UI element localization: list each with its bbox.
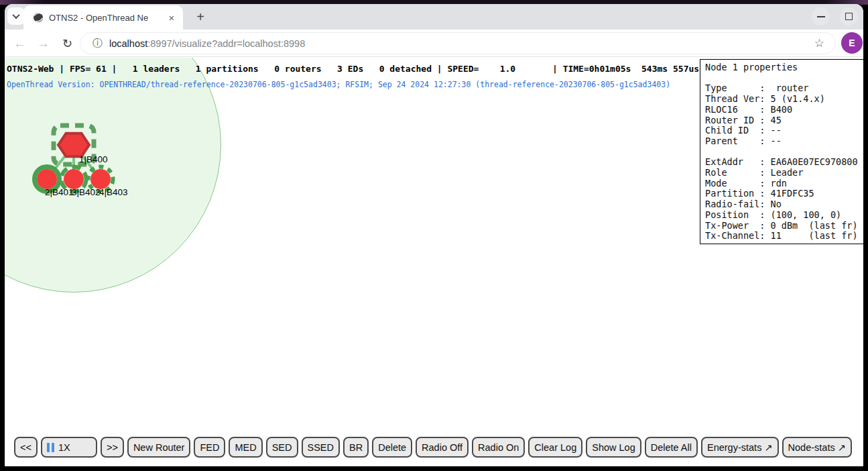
reload-button[interactable]: ↻ xyxy=(58,34,76,52)
node-properties-panel: Node 1 properties Type : router Thread V… xyxy=(700,59,863,244)
desktop-screen: OTNS2 - OpenThread Ne × + ← → ↻ ⓘ localh… xyxy=(0,0,868,471)
tab-close-icon[interactable]: × xyxy=(166,11,178,23)
openthread-version-line: OpenThread Version: OPENTHREAD/thread-re… xyxy=(7,80,670,89)
ssed-button[interactable]: SSED xyxy=(302,437,340,458)
clear-log-button[interactable]: Clear Log xyxy=(528,437,582,458)
window-minimize-button[interactable] xyxy=(812,7,830,25)
br-button[interactable]: BR xyxy=(343,437,369,458)
bookmark-star-icon[interactable]: ☆ xyxy=(814,36,827,50)
new-router-button[interactable]: New Router xyxy=(127,437,191,458)
site-info-icon[interactable]: ⓘ xyxy=(92,37,103,50)
node-stats-button[interactable]: Node-stats ↗ xyxy=(782,437,852,458)
delete-button[interactable]: Delete xyxy=(372,437,412,458)
action-button-row: << 1X >> New Router FED MED SED SSED BR … xyxy=(14,437,852,458)
speed-down-button[interactable]: << xyxy=(14,437,38,458)
sed-button[interactable]: SED xyxy=(266,437,298,458)
tab-title: OTNS2 - OpenThread Ne xyxy=(49,13,166,23)
browser-window: OTNS2 - OpenThread Ne × + ← → ↻ ⓘ localh… xyxy=(5,4,863,466)
new-tab-button[interactable]: + xyxy=(191,7,210,26)
url-text: localhost:8997/visualize?addr=localhost:… xyxy=(109,38,305,49)
favicon-globe-icon xyxy=(33,12,44,23)
show-log-button[interactable]: Show Log xyxy=(586,437,641,458)
window-maximize-button[interactable] xyxy=(840,7,858,25)
fed-button[interactable]: FED xyxy=(194,437,225,458)
energy-stats-button[interactable]: Energy-stats ↗ xyxy=(701,437,779,458)
tab-search-button[interactable] xyxy=(7,7,25,25)
minimize-icon xyxy=(817,16,825,17)
back-button[interactable]: ← xyxy=(11,34,29,52)
chevron-down-icon xyxy=(12,11,19,19)
page-content: OTNS2-Web | FPS= 61 | 1 leaders 1 partit… xyxy=(5,58,863,466)
browser-toolbar: ← → ↻ ⓘ localhost:8997/visualize?addr=lo… xyxy=(5,30,863,57)
simulation-status-bar: OTNS2-Web | FPS= 61 | 1 leaders 1 partit… xyxy=(7,64,699,74)
radio-range-circle xyxy=(5,58,221,293)
speed-button[interactable]: 1X xyxy=(41,437,97,458)
med-button[interactable]: MED xyxy=(229,437,262,458)
forward-button[interactable]: → xyxy=(34,34,52,52)
radio-on-button[interactable]: Radio On xyxy=(472,437,525,458)
address-bar[interactable]: ⓘ localhost:8997/visualize?addr=localhos… xyxy=(80,32,836,54)
speed-up-button[interactable]: >> xyxy=(101,437,124,458)
profile-avatar[interactable]: E xyxy=(841,32,863,54)
speed-label: 1X xyxy=(58,442,70,453)
maximize-icon xyxy=(845,13,853,20)
tab-strip: OTNS2 - OpenThread Ne × + xyxy=(5,4,863,30)
node-properties-text: Node 1 properties Type : router Thread V… xyxy=(700,60,863,244)
pause-icon xyxy=(47,443,54,452)
delete-all-button[interactable]: Delete All xyxy=(645,437,698,458)
browser-tab[interactable]: OTNS2 - OpenThread Ne × xyxy=(23,5,183,30)
tab-title-fade xyxy=(147,13,166,23)
radio-off-button[interactable]: Radio Off xyxy=(416,437,469,458)
